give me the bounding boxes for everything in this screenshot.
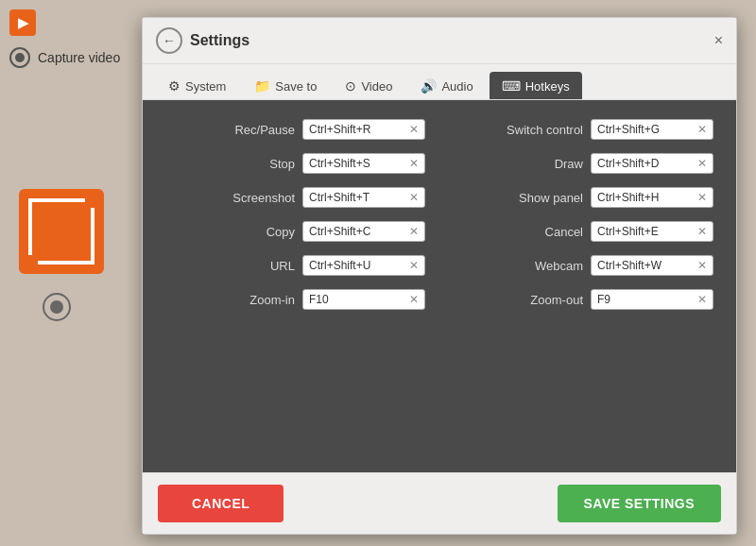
hotkey-input[interactable]: F10 ✕ (302, 289, 425, 310)
hotkey-input[interactable]: Ctrl+Shift+H ✕ (591, 187, 713, 208)
hotkey-clear-icon[interactable]: ✕ (409, 225, 419, 238)
tab-audio-label: Audio (441, 79, 472, 94)
tab-hotkeys[interactable]: ⌨ Hotkeys (490, 72, 582, 99)
hotkey-input[interactable]: Ctrl+Shift+C ✕ (302, 221, 425, 242)
tabs-bar: ⚙ System 📁 Save to ⊙ Video 🔊 Audio ⌨ Hot… (143, 64, 736, 100)
hotkey-value: Ctrl+Shift+W (597, 259, 694, 272)
hotkey-label: Switch control (507, 123, 583, 137)
cancel-button[interactable]: CANCEL (158, 485, 284, 522)
modal-title-left: ← Settings (156, 27, 249, 54)
hotkey-input[interactable]: Ctrl+Shift+E ✕ (591, 221, 713, 242)
hotkey-clear-icon[interactable]: ✕ (409, 191, 419, 204)
hotkey-value: Ctrl+Shift+S (309, 157, 405, 170)
hotkey-input[interactable]: Ctrl+Shift+T ✕ (302, 187, 425, 208)
hotkey-label: Zoom-in (219, 293, 295, 307)
modal-content: Rec/Pause Ctrl+Shift+R ✕ Switch control … (143, 100, 736, 472)
small-record-icon (43, 293, 71, 321)
hotkey-label: Cancel (507, 225, 583, 239)
capture-video-row: Capture video (9, 47, 120, 68)
hotkey-label: Stop (219, 157, 295, 171)
hotkey-label: Copy (219, 225, 295, 239)
hotkey-label: Rec/Pause (219, 123, 295, 137)
hotkey-clear-icon[interactable]: ✕ (697, 293, 707, 306)
hotkeys-icon: ⌨ (502, 78, 521, 94)
hotkey-row-right-5: Zoom-out F9 ✕ (454, 289, 713, 310)
tab-save-to[interactable]: 📁 Save to (242, 72, 329, 99)
close-button[interactable]: × (714, 33, 723, 48)
hotkey-label: Show panel (507, 191, 583, 205)
back-button[interactable]: ← (156, 27, 182, 54)
hotkey-clear-icon[interactable]: ✕ (697, 259, 707, 272)
hotkey-row-left-5: Zoom-in F10 ✕ (165, 289, 425, 310)
hotkey-clear-icon[interactable]: ✕ (409, 259, 419, 272)
modal-titlebar: ← Settings × (143, 18, 736, 64)
hotkey-value: Ctrl+Shift+E (597, 225, 694, 238)
hotkey-input[interactable]: Ctrl+Shift+U ✕ (302, 255, 425, 276)
hotkey-value: F9 (597, 293, 694, 306)
tab-system-label: System (185, 79, 226, 94)
hotkey-value: Ctrl+Shift+C (309, 225, 405, 238)
hotkey-clear-icon[interactable]: ✕ (697, 123, 707, 136)
app-icon: ▶ (9, 9, 36, 36)
hotkey-row-left-3: Copy Ctrl+Shift+C ✕ (165, 221, 425, 242)
hotkey-clear-icon[interactable]: ✕ (409, 157, 419, 170)
hotkey-clear-icon[interactable]: ✕ (697, 191, 707, 204)
hotkey-label: Draw (507, 157, 583, 171)
tab-video-label: Video (361, 79, 392, 94)
hotkey-value: Ctrl+Shift+D (597, 157, 694, 170)
save-settings-button[interactable]: SAVE SETTINGS (558, 485, 721, 522)
hotkey-row-left-2: Screenshot Ctrl+Shift+T ✕ (165, 187, 425, 208)
hotkey-row-left-1: Stop Ctrl+Shift+S ✕ (165, 153, 425, 174)
hotkeys-grid: Rec/Pause Ctrl+Shift+R ✕ Switch control … (165, 119, 713, 310)
tab-system[interactable]: ⚙ System (156, 72, 238, 99)
hotkey-row-left-0: Rec/Pause Ctrl+Shift+R ✕ (165, 119, 425, 140)
tab-audio[interactable]: 🔊 Audio (408, 72, 485, 99)
hotkey-input[interactable]: Ctrl+Shift+W ✕ (591, 255, 713, 276)
hotkey-row-right-1: Draw Ctrl+Shift+D ✕ (454, 153, 713, 174)
hotkey-clear-icon[interactable]: ✕ (697, 225, 707, 238)
hotkey-label: URL (219, 259, 295, 273)
video-icon: ⊙ (345, 78, 356, 94)
hotkey-clear-icon[interactable]: ✕ (697, 157, 707, 170)
hotkey-input[interactable]: Ctrl+Shift+S ✕ (302, 153, 425, 174)
hotkey-row-right-3: Cancel Ctrl+Shift+E ✕ (454, 221, 713, 242)
hotkey-value: Ctrl+Shift+T (309, 191, 405, 204)
hotkey-label: Screenshot (219, 191, 295, 205)
hotkey-input[interactable]: Ctrl+Shift+D ✕ (591, 153, 713, 174)
audio-icon: 🔊 (421, 78, 437, 94)
hotkey-row-right-4: Webcam Ctrl+Shift+W ✕ (454, 255, 713, 276)
hotkey-value: F10 (309, 293, 405, 306)
capture-video-label: Capture video (38, 50, 120, 65)
hotkey-value: Ctrl+Shift+G (597, 123, 694, 136)
modal-footer: CANCEL SAVE SETTINGS (143, 472, 736, 534)
hotkey-clear-icon[interactable]: ✕ (409, 123, 419, 136)
tab-video[interactable]: ⊙ Video (333, 72, 404, 99)
hotkey-value: Ctrl+Shift+H (597, 191, 694, 204)
hotkey-input[interactable]: F9 ✕ (591, 289, 713, 310)
save-to-icon: 📁 (254, 78, 270, 94)
hotkey-label: Webcam (507, 259, 583, 273)
tab-hotkeys-label: Hotkeys (525, 79, 570, 94)
settings-modal: ← Settings × ⚙ System 📁 Save to ⊙ Video … (142, 17, 737, 535)
hotkey-row-right-2: Show panel Ctrl+Shift+H ✕ (454, 187, 713, 208)
record-icon (9, 47, 30, 68)
hotkey-label: Zoom-out (507, 293, 583, 307)
hotkey-input[interactable]: Ctrl+Shift+R ✕ (302, 119, 425, 140)
hotkey-value: Ctrl+Shift+U (309, 259, 405, 272)
hotkey-row-left-4: URL Ctrl+Shift+U ✕ (165, 255, 425, 276)
hotkey-row-right-0: Switch control Ctrl+Shift+G ✕ (454, 119, 713, 140)
system-icon: ⚙ (168, 78, 180, 94)
capture-frame-icon (19, 189, 104, 274)
tab-save-to-label: Save to (275, 79, 317, 94)
modal-title: Settings (190, 32, 249, 49)
hotkey-input[interactable]: Ctrl+Shift+G ✕ (591, 119, 713, 140)
hotkey-value: Ctrl+Shift+R (309, 123, 405, 136)
hotkey-clear-icon[interactable]: ✕ (409, 293, 419, 306)
